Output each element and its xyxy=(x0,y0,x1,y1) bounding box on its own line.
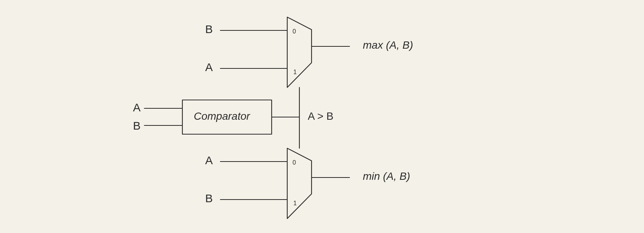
comp-out-label: A > B xyxy=(308,111,334,122)
mux-bot-in1-label: B xyxy=(205,193,213,204)
diagram-canvas: 0 1 0 1 A B Comparator A > B B A max (A,… xyxy=(0,0,644,233)
comparator-label: Comparator xyxy=(194,111,250,122)
comp-in-a-label: A xyxy=(133,102,141,113)
mux-bot-sel0: 0 xyxy=(293,159,296,166)
mux-bot-in0-label: A xyxy=(205,155,213,166)
mux-top-in0-label: B xyxy=(205,24,213,35)
mux-top-out-label: max (A, B) xyxy=(363,40,413,51)
mux-top-sel0: 0 xyxy=(293,28,296,35)
comp-in-b-label: B xyxy=(133,120,141,132)
mux-top-sel1: 1 xyxy=(293,69,297,75)
mux-bottom-shape xyxy=(287,148,312,219)
mux-top-in1-label: A xyxy=(205,62,213,73)
mux-bot-out-label: min (A, B) xyxy=(363,171,410,182)
mux-top-shape xyxy=(287,17,312,87)
mux-bot-sel1: 1 xyxy=(293,200,297,206)
